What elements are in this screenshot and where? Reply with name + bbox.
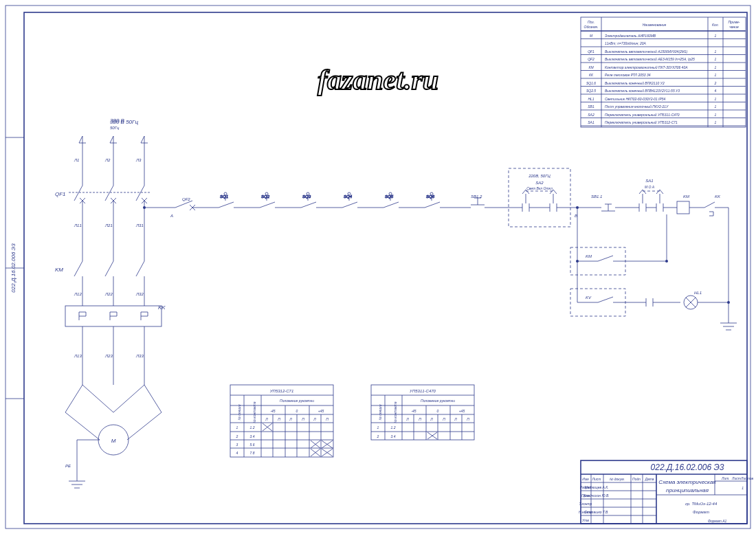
svg-text:Л21: Л21	[104, 223, 113, 227]
svg-text:Л: Л	[289, 417, 292, 421]
svg-text:Свет Вкл Откл: Свет Вкл Откл	[526, 186, 553, 190]
svg-text:1: 1	[236, 425, 238, 430]
svg-text:Положение рукоятки: Положение рукоятки	[280, 399, 314, 403]
svg-text:1: 1	[715, 49, 717, 54]
svg-text:3.4: 3.4	[250, 434, 255, 438]
svg-text:Светильник НКП02-60-030У2-01 I: Светильник НКП02-60-030У2-01 IP54	[605, 97, 666, 101]
svg-text:SQ2.5: SQ2.5	[586, 89, 596, 93]
svg-text:М: М	[590, 34, 593, 38]
svg-text:Наименование: Наименование	[643, 23, 667, 27]
svg-text:Выключатель автоматический АЕ3: Выключатель автоматический АЕ3-М159 In=2…	[605, 57, 695, 61]
svg-text:SQ2: SQ2	[261, 194, 270, 199]
control-circuit: А QF2 SQ1 SQ2 SQ3 SQ4 SQ5 SQ6	[143, 168, 737, 330]
svg-text:+45: +45	[459, 409, 465, 413]
svg-text:SA2: SA2	[535, 181, 544, 185]
svg-text:Л2: Л2	[104, 158, 111, 162]
svg-text:П: П	[326, 417, 329, 421]
svg-line-160	[598, 256, 613, 261]
svg-text:Листов: Листов	[740, 476, 754, 480]
sq6: SQ6	[412, 192, 457, 208]
svg-text:+45: +45	[318, 409, 324, 413]
svg-text:№ контакта: № контакта	[252, 401, 256, 423]
svg-text:УП5311-С470: УП5311-С470	[409, 389, 436, 393]
svg-text:Переключатель универсальный УП: Переключатель универсальный УП5312-С71	[605, 120, 678, 124]
svg-text:0: 0	[296, 409, 298, 413]
svg-text:QF2: QF2	[588, 57, 594, 61]
svg-text:Л1: Л1	[74, 158, 79, 162]
svg-text:№ контакта: № контакта	[393, 401, 397, 423]
svg-text:Выключатель конечный ВПВ4123У2: Выключатель конечный ВПВ4123У2У11-55 У3	[605, 89, 680, 93]
km-coil	[677, 201, 689, 214]
svg-text:Изм: Изм	[582, 477, 589, 481]
svg-text:1: 1	[377, 425, 379, 430]
svg-text:чание: чание	[729, 25, 739, 29]
svg-line-13	[105, 186, 113, 201]
svg-text:1: 1	[742, 486, 744, 490]
svg-text:КМ: КМ	[588, 65, 594, 69]
svg-text:KM: KM	[683, 194, 689, 199]
svg-text:PE: PE	[65, 464, 71, 468]
svg-text:Л23: Л23	[104, 354, 113, 358]
svg-text:7.8: 7.8	[250, 451, 255, 455]
svg-text:Л: Л	[265, 417, 268, 421]
svg-text:QF1: QF1	[588, 49, 594, 54]
svg-text:А: А	[170, 214, 173, 218]
svg-text:Л: Л	[405, 417, 409, 421]
svg-text:Подп: Подп	[632, 477, 641, 481]
svg-text:гр. ТМиОз-12-44: гр. ТМиОз-12-44	[685, 502, 718, 506]
svg-text:КК: КК	[589, 73, 594, 77]
ground-icon	[69, 481, 85, 488]
svg-text:1.2: 1.2	[391, 425, 396, 430]
drawing-sheet: 022.Д.16.02.006 Э3 380 В 50Гц 380 В 50Гц…	[0, 0, 756, 534]
svg-text:1.2: 1.2	[250, 425, 255, 430]
svg-text:1: 1	[715, 57, 717, 61]
svg-line-32	[105, 261, 113, 276]
watermark: fazanet.ru	[318, 64, 438, 96]
svg-text:KM: KM	[55, 267, 63, 273]
svg-text:1: 1	[715, 97, 717, 101]
svg-text:П: П	[443, 417, 445, 421]
svg-text:SB1.1: SB1.1	[591, 194, 602, 199]
svg-text:1: 1	[715, 113, 717, 117]
svg-text:Л: Л	[313, 417, 316, 421]
svg-text:Л22: Л22	[104, 292, 113, 296]
svg-text:4: 4	[715, 89, 717, 93]
side-number: 022.Д.16.02.006 Э3	[10, 243, 16, 293]
svg-text:SQ4: SQ4	[344, 194, 353, 199]
svg-text:SA2: SA2	[588, 113, 594, 117]
svg-line-167	[598, 297, 613, 302]
svg-text:УП5312-С71: УП5312-С71	[269, 389, 294, 393]
svg-text:Пост управления кнопочный ПКУ2: Пост управления кнопочный ПКУ2-21У	[605, 104, 669, 109]
svg-text:2: 2	[714, 81, 717, 85]
svg-text:KK: KK	[715, 194, 721, 199]
power-circuit: 380 В 50Гц 380 В 50Гц Л1 Л2 Л3 QF1 Л11 Л…	[55, 118, 166, 488]
svg-text:SB1: SB1	[588, 104, 594, 109]
sq3: SQ3	[289, 192, 330, 208]
svg-text:QF2: QF2	[182, 197, 190, 201]
svg-text:1: 1	[715, 34, 717, 38]
svg-text:М О А: М О А	[645, 185, 655, 189]
svg-text:5.6: 5.6	[250, 443, 255, 447]
svg-text:Формат: Формат	[693, 510, 709, 514]
svg-text:0: 0	[437, 409, 439, 413]
svg-text:3.4: 3.4	[391, 434, 396, 438]
sq4: SQ4	[330, 192, 371, 208]
svg-text:Положение рукоятки: Положение рукоятки	[421, 399, 455, 403]
svg-text:2: 2	[377, 434, 379, 438]
switch-table-2: УП5311-С470 Положение рукоятки -450+45 Л…	[371, 385, 474, 440]
svg-text:Матющев А.К.: Матющев А.К.	[584, 485, 608, 489]
svg-line-73	[219, 202, 234, 208]
svg-line-97	[383, 202, 399, 208]
svg-text:Выключатель конечный ВПК2110 У: Выключатель конечный ВПК2110 У2	[605, 81, 665, 85]
svg-text:3: 3	[236, 443, 238, 447]
svg-text:Реле тепловое РТЛ 2053 34: Реле тепловое РТЛ 2053 34	[605, 73, 651, 77]
svg-text:Л13: Л13	[74, 354, 82, 358]
svg-text:SQ1.6: SQ1.6	[586, 81, 596, 85]
svg-text:Электродвигатель АИР160МВ: Электродвигатель АИР160МВ	[605, 34, 656, 38]
svg-line-85	[301, 202, 316, 208]
svg-text:Лит.: Лит.	[721, 476, 730, 480]
svg-line-52	[144, 385, 162, 412]
svg-text:1: 1	[715, 73, 717, 77]
svg-text:Лист: Лист	[731, 476, 741, 480]
svg-text:1: 1	[715, 104, 717, 109]
